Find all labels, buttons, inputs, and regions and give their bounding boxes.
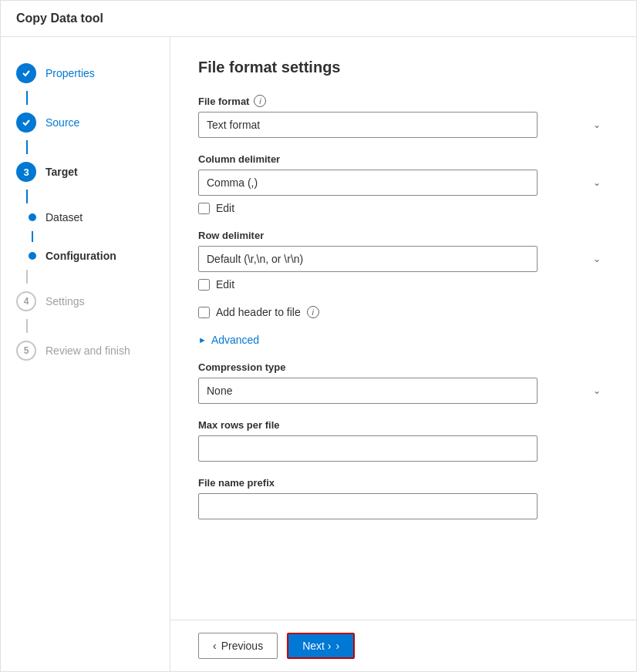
connector-4 — [32, 231, 33, 242]
file-format-label: File format i — [198, 95, 608, 107]
file-name-prefix-input[interactable] — [198, 493, 538, 519]
row-delimiter-select-wrapper: Default (\r,\n, or \r\n) \r\n \n \r ⌄ — [198, 246, 608, 272]
max-rows-input[interactable] — [198, 435, 538, 462]
advanced-label: Advanced — [211, 334, 259, 346]
previous-label: Previous — [221, 640, 263, 652]
file-format-select-wrapper: Text format Binary format JSON format Av… — [198, 112, 608, 138]
add-header-checkbox[interactable] — [198, 307, 210, 318]
sidebar-item-settings[interactable]: 4 Settings — [1, 284, 170, 319]
compression-type-label: Compression type — [198, 361, 608, 373]
main-content: File format settings File format i Text … — [170, 37, 636, 671]
compression-type-group: Compression type None gzip bzip2 deflate… — [198, 361, 608, 404]
max-rows-label: Max rows per file — [198, 419, 608, 431]
footer: ‹ Previous Next › › — [170, 620, 636, 671]
sidebar-item-source[interactable]: Source — [1, 105, 170, 140]
step-label-dataset: Dataset — [46, 211, 83, 223]
sidebar-item-review[interactable]: 5 Review and finish — [1, 333, 170, 368]
app-body: Properties Source 3 Target Dataset — [1, 37, 636, 671]
step-circle-source — [16, 113, 36, 133]
file-format-info-icon[interactable]: i — [254, 95, 266, 107]
step-label-properties: Properties — [46, 67, 95, 79]
previous-chevron-icon: ‹ — [213, 640, 217, 652]
app-title: Copy Data tool — [16, 12, 103, 25]
app-header: Copy Data tool — [1, 1, 636, 37]
advanced-row[interactable]: ► Advanced — [198, 334, 608, 346]
previous-button[interactable]: ‹ Previous — [198, 633, 278, 659]
file-format-group: File format i Text format Binary format … — [198, 95, 608, 138]
compression-type-chevron-icon: ⌄ — [593, 385, 601, 396]
step-dot-dataset — [29, 213, 36, 221]
column-delimiter-edit-row: Edit — [198, 202, 608, 214]
max-rows-group: Max rows per file — [198, 419, 608, 462]
app-container: Copy Data tool Properties Source — [0, 0, 637, 672]
row-delimiter-select[interactable]: Default (\r,\n, or \r\n) \r\n \n \r — [198, 246, 538, 272]
step-circle-settings: 4 — [16, 291, 36, 311]
step-label-target: Target — [46, 166, 78, 178]
add-header-label: Add header to file — [216, 306, 301, 318]
column-delimiter-label: Column delimiter — [198, 153, 608, 165]
connector-3 — [26, 190, 28, 203]
add-header-group: Add header to file i — [198, 306, 608, 318]
row-delimiter-group: Row delimiter Default (\r,\n, or \r\n) \… — [198, 230, 608, 291]
next-chevron-icon: › — [335, 640, 339, 652]
column-delimiter-group: Column delimiter Comma (,) Tab (\t) Semi… — [198, 153, 608, 214]
column-delimiter-chevron-icon: ⌄ — [593, 177, 601, 188]
column-delimiter-edit-checkbox[interactable] — [198, 203, 210, 214]
compression-type-select-wrapper: None gzip bzip2 deflate ZipDeflate snapp… — [198, 378, 608, 404]
connector-5 — [26, 270, 28, 284]
step-circle-review: 5 — [16, 341, 36, 361]
sidebar-item-dataset[interactable]: Dataset — [1, 203, 170, 231]
add-header-info-icon[interactable]: i — [307, 306, 319, 318]
row-delimiter-edit-checkbox[interactable] — [198, 279, 210, 291]
next-button[interactable]: Next › › — [287, 633, 355, 659]
column-delimiter-select-wrapper: Comma (,) Tab (\t) Semicolon (;) Pipe (|… — [198, 170, 608, 196]
row-delimiter-edit-label: Edit — [216, 278, 234, 291]
file-name-prefix-label: File name prefix — [198, 477, 608, 489]
sidebar-item-properties[interactable]: Properties — [1, 55, 170, 91]
row-delimiter-label: Row delimiter — [198, 230, 608, 241]
step-dot-configuration — [29, 252, 36, 260]
content-area: File format settings File format i Text … — [170, 37, 636, 620]
step-label-configuration: Configuration — [46, 250, 116, 262]
step-circle-target: 3 — [16, 162, 36, 182]
sidebar-item-target[interactable]: 3 Target — [1, 154, 170, 190]
step-label-review: Review and finish — [46, 344, 130, 357]
column-delimiter-edit-label: Edit — [216, 202, 234, 214]
advanced-chevron-icon: ► — [198, 335, 207, 344]
step-label-settings: Settings — [46, 295, 85, 307]
row-delimiter-edit-row: Edit — [198, 278, 608, 291]
connector-6 — [26, 319, 28, 333]
page-title: File format settings — [198, 59, 608, 76]
column-delimiter-select[interactable]: Comma (,) Tab (\t) Semicolon (;) Pipe (|… — [198, 170, 538, 196]
file-format-select[interactable]: Text format Binary format JSON format Av… — [198, 112, 538, 138]
step-label-source: Source — [46, 116, 79, 129]
next-label: Next › — [302, 640, 331, 652]
add-header-row: Add header to file i — [198, 306, 608, 318]
connector-2 — [26, 140, 28, 154]
sidebar-item-configuration[interactable]: Configuration — [1, 242, 170, 270]
sidebar: Properties Source 3 Target Dataset — [1, 37, 170, 671]
file-format-chevron-icon: ⌄ — [593, 119, 601, 130]
file-name-prefix-group: File name prefix — [198, 477, 608, 519]
compression-type-select[interactable]: None gzip bzip2 deflate ZipDeflate snapp… — [198, 378, 538, 404]
row-delimiter-chevron-icon: ⌄ — [593, 254, 601, 264]
step-circle-properties — [16, 63, 36, 83]
connector-1 — [26, 91, 28, 105]
